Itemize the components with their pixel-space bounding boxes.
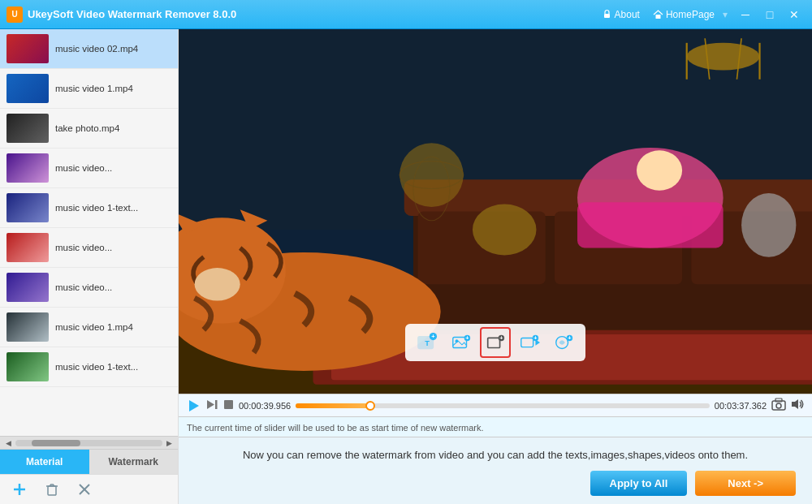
list-item[interactable]: music video 02.mp4 [0,29,178,69]
list-item[interactable]: music video 1.mp4 [0,308,178,347]
clear-button[interactable] [75,480,94,499]
file-name: music video 1.mp4 [55,83,133,95]
file-name: take photo.mp4 [55,123,119,135]
video-player[interactable]: T + + [179,29,812,394]
hint-bar: The current time of slider will be used … [179,416,812,437]
thumbnail [6,74,49,103]
file-name: music video... [55,162,112,174]
horizontal-scrollbar[interactable]: ◀ ▶ [0,436,178,449]
add-text-button[interactable]: T + [412,327,443,358]
trash-icon [45,482,59,497]
thumbnail [6,273,49,302]
video-toolbar: T + + [405,324,585,361]
svg-rect-1 [655,15,660,19]
svg-point-13 [687,43,760,71]
delete-file-button[interactable] [42,480,62,499]
list-item[interactable]: music video 1.mp4 [0,69,178,109]
camera-icon [771,398,786,411]
add-shape-icon: + [485,332,506,353]
svg-text:+: + [431,333,435,340]
maximize-button[interactable]: □ [758,6,781,24]
thumbnail [6,153,49,183]
svg-marker-65 [792,399,798,409]
svg-point-34 [195,268,240,300]
svg-text:+: + [499,334,503,342]
svg-point-27 [473,205,537,256]
title-bar-nav: About HomePage ▾ [597,7,728,22]
volume-button[interactable] [791,398,804,412]
scroll-track[interactable] [15,440,162,446]
screenshot-button[interactable] [771,398,786,413]
svg-rect-0 [604,14,610,18]
file-name: music video 1-text... [55,202,138,214]
scroll-left-arrow[interactable]: ◀ [3,437,14,449]
list-item[interactable]: take photo.mp4 [0,109,178,149]
thumbnail [6,233,49,262]
stop-button[interactable] [223,399,234,412]
list-item[interactable]: music video 1-text... [0,347,178,387]
sidebar-file-list[interactable]: music video 02.mp4 music video 1.mp4 tak… [0,29,178,436]
tab-watermark[interactable]: Watermark [89,450,179,474]
current-time: 00:00:39.956 [239,401,291,411]
sidebar-actions [0,474,178,504]
play-icon [187,398,201,413]
about-label: About [615,9,640,20]
step-forward-button[interactable] [206,398,218,413]
volume-icon [791,398,804,410]
bottom-actions: Apply to All Next -> [195,471,796,496]
play-button[interactable] [187,398,201,413]
sidebar-tabs: Material Watermark [0,449,178,474]
homepage-nav-item[interactable]: HomePage [648,7,719,22]
svg-point-28 [741,193,796,257]
svg-rect-48 [488,338,500,347]
svg-point-63 [776,403,781,408]
sidebar: music video 02.mp4 music video 1.mp4 tak… [0,29,179,504]
svg-rect-31 [577,202,723,248]
progress-bar[interactable] [296,403,710,408]
add-special-button[interactable]: + [548,327,579,358]
svg-rect-51 [521,338,533,347]
thumbnail [6,114,49,143]
about-nav-item[interactable]: About [597,7,645,22]
tab-material[interactable]: Material [0,450,89,474]
app-title: UkeySoft Video Watermark Remover 8.0.0 [28,8,597,20]
add-video-button[interactable]: + [514,327,545,358]
apply-to-all-button[interactable]: Apply to All [590,471,688,496]
list-item[interactable]: music video... [0,268,178,308]
app-icon: U [6,6,23,23]
svg-marker-58 [189,400,199,411]
scroll-right-arrow[interactable]: ▶ [164,437,175,449]
list-item[interactable]: music video... [0,149,178,188]
svg-rect-4 [48,486,56,495]
main-content: music video 02.mp4 music video 1.mp4 tak… [0,29,812,504]
add-image-icon: + [451,332,472,353]
file-name: music video 02.mp4 [55,43,138,55]
svg-point-37 [400,143,464,207]
nav-separator: ▾ [723,9,728,20]
title-bar: U UkeySoft Video Watermark Remover 8.0.0… [0,0,812,29]
hint-text: The current time of slider will be used … [187,423,484,433]
add-special-icon: + [553,332,574,353]
plus-icon [11,481,28,498]
x-icon [78,483,91,496]
add-file-button[interactable] [10,480,29,499]
progress-thumb[interactable] [365,401,375,411]
thumbnail [6,34,49,63]
bottom-message: Now you can remove the watermark from vi… [195,449,796,461]
add-video-icon: + [519,332,540,353]
svg-rect-61 [224,400,233,409]
thumbnail [6,352,49,381]
svg-text:+: + [465,334,469,342]
list-item[interactable]: music video 1-text... [0,188,178,228]
step-forward-icon [206,398,218,411]
add-image-button[interactable]: + [446,327,477,358]
file-name: music video... [55,242,112,254]
list-item[interactable]: music video... [0,228,178,268]
add-text-icon: T + [417,332,438,353]
svg-rect-60 [215,400,218,409]
close-button[interactable]: ✕ [783,6,806,24]
svg-point-30 [637,150,682,190]
add-shape-button[interactable]: + [480,327,511,358]
next-button[interactable]: Next -> [695,471,796,496]
minimize-button[interactable]: ─ [734,6,757,24]
